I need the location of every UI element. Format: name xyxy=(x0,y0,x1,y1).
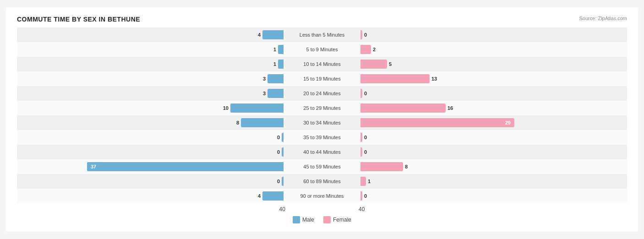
female-value: 5 xyxy=(389,61,392,67)
row-label: 35 to 39 Minutes xyxy=(285,135,359,140)
male-value: 8 xyxy=(236,120,239,125)
male-legend-box xyxy=(293,216,300,223)
left-section: 10 xyxy=(17,101,285,115)
axis-right-label: 40 xyxy=(359,206,365,212)
axis-row: 40 40 xyxy=(17,206,627,212)
bar-row: 110 to 14 Minutes5 xyxy=(17,57,627,71)
bar-row: 490 or more Minutes0 xyxy=(17,189,627,203)
bar-row: 040 to 44 Minutes0 xyxy=(17,145,627,159)
legend-female: Female xyxy=(323,216,351,223)
female-value: 0 xyxy=(364,135,367,140)
right-section: 0 xyxy=(359,27,627,42)
row-label: Less than 5 Minutes xyxy=(285,32,359,38)
left-section: 3 xyxy=(17,71,285,86)
right-section: 8 xyxy=(359,159,627,174)
row-label: 30 to 34 Minutes xyxy=(285,120,359,125)
female-value: 8 xyxy=(405,164,408,169)
row-label: 60 to 89 Minutes xyxy=(285,179,359,184)
chart-container: COMMUTE TIME BY SEX IN BETHUNE Source: Z… xyxy=(6,7,638,232)
row-label: 20 to 24 Minutes xyxy=(285,91,359,96)
male-value: 0 xyxy=(277,135,280,140)
male-value: 4 xyxy=(258,193,261,199)
female-value: 0 xyxy=(364,149,367,155)
right-section: 5 xyxy=(359,57,627,71)
male-value: 10 xyxy=(223,105,229,111)
right-section: 16 xyxy=(359,101,627,115)
male-value: 1 xyxy=(273,47,276,52)
female-legend-box xyxy=(323,216,331,223)
male-legend-label: Male xyxy=(302,217,314,223)
legend-male: Male xyxy=(293,216,314,223)
right-section: 29 xyxy=(359,115,627,130)
chart-header: COMMUTE TIME BY SEX IN BETHUNE Source: Z… xyxy=(17,16,627,23)
left-section: 0 xyxy=(17,145,285,159)
female-value: 2 xyxy=(373,47,376,52)
row-label: 90 or more Minutes xyxy=(285,193,359,199)
bar-row: 15 to 9 Minutes2 xyxy=(17,42,627,57)
female-value: 13 xyxy=(431,76,437,81)
bar-row: 1025 to 29 Minutes16 xyxy=(17,101,627,115)
row-label: 45 to 59 Minutes xyxy=(285,164,359,169)
male-value: 37 xyxy=(89,164,98,169)
row-label: 10 to 14 Minutes xyxy=(285,61,359,67)
female-value: 16 xyxy=(448,105,453,111)
axis-left-label: 40 xyxy=(279,206,285,212)
row-label: 15 to 19 Minutes xyxy=(285,76,359,81)
male-value: 3 xyxy=(263,91,266,96)
male-value: 0 xyxy=(277,179,280,184)
left-section: 4 xyxy=(17,189,285,203)
left-section: 1 xyxy=(17,57,285,71)
row-label: 25 to 29 Minutes xyxy=(285,105,359,111)
chart-title: COMMUTE TIME BY SEX IN BETHUNE xyxy=(17,16,140,23)
left-section: 1 xyxy=(17,42,285,57)
left-section: 0 xyxy=(17,174,285,189)
row-label: 5 to 9 Minutes xyxy=(285,47,359,52)
right-section: 1 xyxy=(359,174,627,189)
female-value: 0 xyxy=(364,91,367,96)
right-section: 0 xyxy=(359,130,627,145)
left-section: 8 xyxy=(17,115,285,130)
male-value: 4 xyxy=(258,32,261,38)
bar-row: 4Less than 5 Minutes0 xyxy=(17,27,627,42)
female-value: 1 xyxy=(368,179,371,184)
left-section: 4 xyxy=(17,27,285,42)
bar-row: 035 to 39 Minutes0 xyxy=(17,130,627,145)
bar-row: 3745 to 59 Minutes8 xyxy=(17,159,627,174)
bar-row: 060 to 89 Minutes1 xyxy=(17,174,627,189)
right-section: 13 xyxy=(359,71,627,86)
female-value: 0 xyxy=(364,193,367,199)
right-section: 0 xyxy=(359,145,627,159)
left-section: 3 xyxy=(17,86,285,101)
male-value: 0 xyxy=(277,149,280,155)
chart-area: 4Less than 5 Minutes015 to 9 Minutes2110… xyxy=(17,27,627,203)
bar-row: 315 to 19 Minutes13 xyxy=(17,71,627,86)
legend: Male Female xyxy=(17,216,627,223)
male-value: 3 xyxy=(263,76,266,81)
right-section: 0 xyxy=(359,189,627,203)
right-section: 2 xyxy=(359,42,627,57)
female-legend-label: Female xyxy=(333,217,351,223)
female-value: 0 xyxy=(364,32,367,38)
left-section: 37 xyxy=(17,159,285,174)
bar-row: 320 to 24 Minutes0 xyxy=(17,86,627,101)
chart-source: Source: ZipAtlas.com xyxy=(579,16,627,21)
right-section: 0 xyxy=(359,86,627,101)
row-label: 40 to 44 Minutes xyxy=(285,149,359,155)
left-section: 0 xyxy=(17,130,285,145)
female-value: 29 xyxy=(503,120,513,125)
bar-row: 830 to 34 Minutes29 xyxy=(17,115,627,130)
male-value: 1 xyxy=(273,61,276,67)
